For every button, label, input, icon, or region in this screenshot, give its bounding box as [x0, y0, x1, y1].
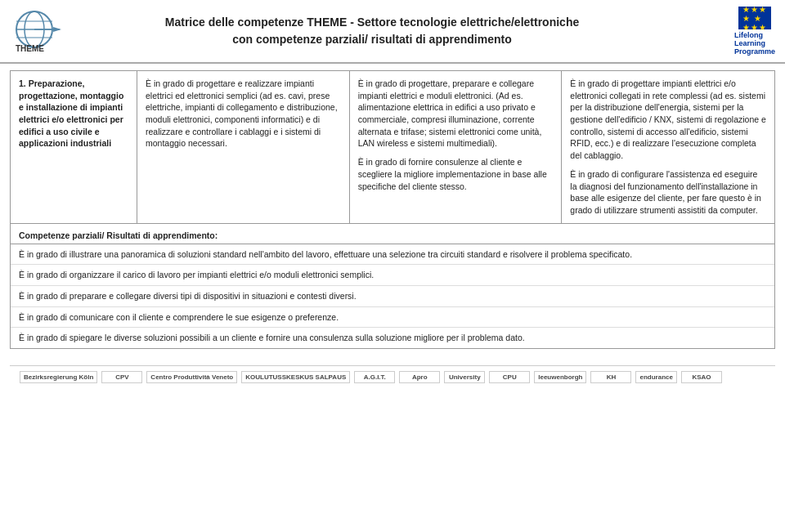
footer-logo-0: Bezirksregierung Köln	[20, 371, 97, 383]
competenze-header: Competenze parziali/ Risultati di appren…	[11, 224, 774, 244]
competenze-row-2: È in grado di preparare e collegare dive…	[11, 286, 774, 307]
col4-para-0: È in grado di progettare impianti elettr…	[570, 78, 766, 162]
footer-logo-6: University	[444, 371, 485, 383]
footer-logo-2: Centro Produttività Veneto	[146, 371, 237, 383]
col4-para-1: È in grado di configurare l'assistenza e…	[570, 168, 766, 217]
competenze-row-1: È in grado di organizzare il carico di l…	[11, 265, 774, 286]
footer-logo-7: CPU	[489, 371, 530, 383]
grid-cell-title: 1. Preparazione, progettazione, montaggi…	[11, 71, 137, 224]
competenze-rows: È in grado di illustrare una panoramica …	[11, 244, 774, 348]
grid-cell-col3: È in grado di progettare, preparare e co…	[350, 71, 563, 224]
footer-logo-11: KSAO	[681, 371, 722, 383]
competence-grid: 1. Preparazione, progettazione, montaggi…	[10, 70, 775, 224]
page-header: THEME Matrice delle competenze THEME - S…	[0, 0, 785, 64]
lifelong-learning-text: Lifelong Learning Programme	[734, 31, 775, 56]
grid-cell-col4: È in grado di progettare impianti elettr…	[562, 71, 774, 224]
footer-logo-3: KOULUTUSSKESKUS SALPAUS	[241, 371, 350, 383]
bottom-section-wrapper: Competenze parziali/ Risultati di appren…	[10, 224, 775, 349]
competenze-row-4: È in grado di spiegare le diverse soluzi…	[11, 328, 774, 348]
footer: Bezirksregierung KölnCPVCentro Produttiv…	[10, 365, 775, 388]
eu-logo-container: ★★★★ ★★★★ Lifelong Learning Programme	[669, 7, 775, 56]
col3-para-1: È in grado di fornire consulenze al clie…	[358, 156, 554, 192]
main-content: 1. Preparazione, progettazione, montaggi…	[0, 64, 785, 395]
competenze-section: Competenze parziali/ Risultati di appren…	[10, 224, 775, 349]
footer-logo-8: leeuwenborgh	[534, 371, 586, 383]
svg-text:THEME: THEME	[16, 44, 44, 53]
col3-para-0: È in grado di progettare, preparare e co…	[358, 78, 554, 150]
footer-logos: Bezirksregierung KölnCPVCentro Produttiv…	[20, 371, 722, 383]
footer-logo-10: endurance	[635, 371, 676, 383]
footer-logo-9: KH	[590, 371, 631, 383]
footer-logo-1: CPV	[101, 371, 142, 383]
footer-logo-5: Apro	[399, 371, 440, 383]
eu-flag-icon: ★★★★ ★★★★	[738, 7, 771, 29]
grid-cell-col2: È in grado di progettare e realizzare im…	[137, 71, 350, 224]
page-title: Matrice delle competenze THEME - Settore…	[75, 14, 669, 48]
theme-logo: THEME	[14, 9, 71, 54]
competenze-row-3: È in grado di comunicare con il cliente …	[11, 307, 774, 329]
competenze-row-0: È in grado di illustrare una panoramica …	[11, 244, 774, 266]
theme-logo-container: THEME	[10, 9, 75, 54]
footer-logo-4: A.G.I.T.	[354, 371, 395, 383]
